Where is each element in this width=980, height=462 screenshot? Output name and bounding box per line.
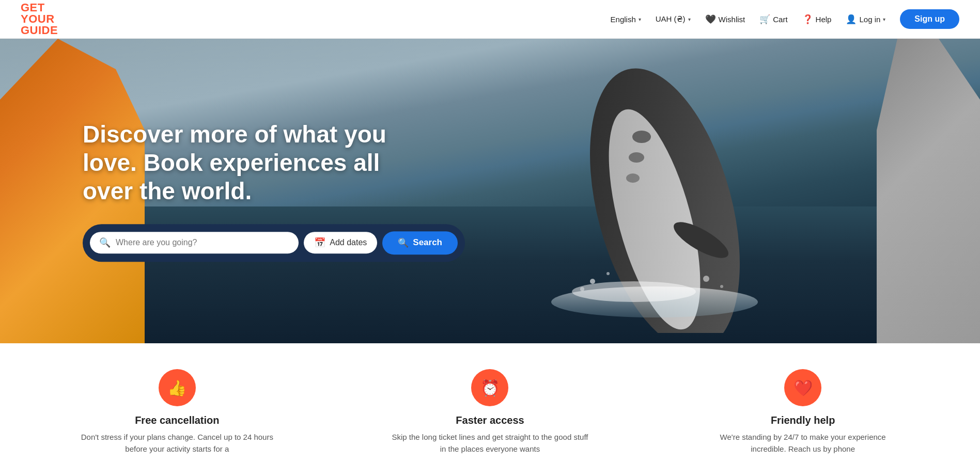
cart-button[interactable]: 🛒 Cart [759,14,787,25]
chevron-down-icon: ▾ [688,17,691,22]
help-icon: ❓ [802,14,813,25]
search-icon: 🔍 [99,237,111,248]
feature-faster-access: ⏰ Faster access Skip the long ticket lin… [392,369,588,455]
currency-label: UAH (₴) [656,14,686,24]
svg-point-7 [572,281,696,302]
wishlist-label: Wishlist [719,15,745,24]
feature-friendly-help: ❤️ Friendly help We're standing by 24/7 … [705,369,901,455]
hero-person-right [877,39,980,343]
hero-title: Discover more of what you love. Book exp… [83,120,418,206]
cart-icon: 🛒 [759,14,770,25]
login-label: Log in [859,15,880,24]
chevron-down-icon: ▾ [639,17,641,22]
heart-icon-circle: ❤️ [784,369,821,406]
header: GETYOURGUIDE English ▾ UAH (₴) ▾ 🖤 Wishl… [0,0,980,39]
logo-text: GETYOURGUIDE [21,2,58,36]
add-dates-label: Add dates [330,238,367,247]
signup-button[interactable]: Sign up [900,9,959,29]
search-button-label: Search [413,237,442,248]
feature-title-access: Faster access [456,415,524,426]
svg-point-9 [606,272,610,275]
svg-point-12 [720,285,723,288]
clock-icon: ⏰ [480,379,500,397]
thumbsup-icon-circle: 👍 [159,369,196,406]
search-button-icon: 🔍 [398,237,409,248]
thumbsup-icon: 👍 [167,379,186,397]
destination-input[interactable] [116,238,289,247]
svg-point-2 [632,131,651,143]
search-input-wrapper[interactable]: 🔍 [90,232,299,253]
language-selector[interactable]: English ▾ [611,15,641,24]
svg-point-11 [703,276,709,282]
features-section: 👍 Free cancellation Don't stress if your… [0,343,980,462]
help-label: Help [816,15,832,24]
feature-desc-help: We're standing by 24/7 to make your expe… [705,432,901,455]
search-bar: 🔍 📅 Add dates 🔍 Search [83,224,465,262]
nav-right: English ▾ UAH (₴) ▾ 🖤 Wishlist 🛒 Cart ❓ … [611,9,959,29]
svg-point-4 [626,173,640,183]
whale-image [541,44,799,333]
calendar-icon: 📅 [314,237,325,248]
heart-icon: 🖤 [705,14,716,25]
feature-title-help: Friendly help [771,415,835,426]
feature-title-cancellation: Free cancellation [135,415,219,426]
search-button[interactable]: 🔍 Search [382,231,458,254]
svg-point-10 [580,287,584,291]
feature-desc-access: Skip the long ticket lines and get strai… [392,432,588,455]
feature-free-cancellation: 👍 Free cancellation Don't stress if your… [79,369,275,455]
chevron-down-icon: ▾ [883,17,885,22]
clock-icon-circle: ⏰ [471,369,508,406]
login-button[interactable]: 👤 Log in ▾ [846,14,885,25]
heart-icon: ❤️ [794,379,813,397]
feature-desc-cancellation: Don't stress if your plans change. Cance… [79,432,275,455]
help-button[interactable]: ❓ Help [802,14,832,25]
currency-selector[interactable]: UAH (₴) ▾ [656,14,691,24]
hero-section: Discover more of what you love. Book exp… [0,39,980,343]
cart-label: Cart [773,15,787,24]
wishlist-button[interactable]: 🖤 Wishlist [705,14,745,25]
logo[interactable]: GETYOURGUIDE [21,2,58,36]
svg-point-8 [590,279,595,284]
svg-point-3 [629,152,644,163]
add-dates-button[interactable]: 📅 Add dates [304,232,377,253]
language-label: English [611,15,636,24]
user-icon: 👤 [846,14,857,25]
hero-content: Discover more of what you love. Book exp… [83,120,465,262]
